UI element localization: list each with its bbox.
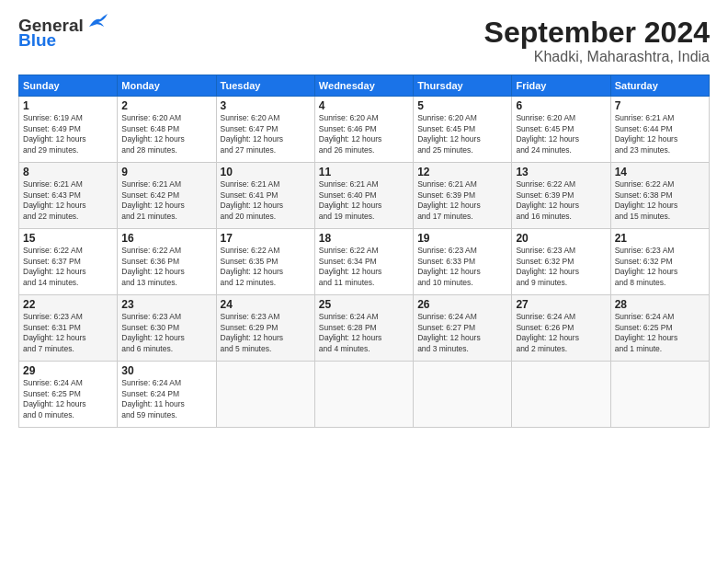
day-number: 15	[23, 232, 113, 245]
calendar-day-28: 28Sunrise: 6:24 AM Sunset: 6:25 PM Dayli…	[610, 295, 709, 362]
day-number: 2	[121, 99, 211, 112]
calendar-day-3: 3Sunrise: 6:20 AM Sunset: 6:47 PM Daylig…	[216, 97, 314, 163]
calendar-day-1: 1Sunrise: 6:19 AM Sunset: 6:49 PM Daylig…	[19, 97, 118, 163]
day-number: 18	[319, 232, 409, 245]
empty-cell	[314, 362, 413, 428]
day-number: 30	[121, 364, 211, 377]
day-info: Sunrise: 6:22 AM Sunset: 6:37 PM Dayligh…	[23, 246, 113, 288]
day-number: 5	[417, 99, 507, 112]
day-info: Sunrise: 6:24 AM Sunset: 6:26 PM Dayligh…	[516, 312, 606, 354]
calendar-day-6: 6Sunrise: 6:20 AM Sunset: 6:45 PM Daylig…	[512, 97, 610, 163]
calendar-day-13: 13Sunrise: 6:22 AM Sunset: 6:39 PM Dayli…	[512, 163, 610, 229]
day-number: 9	[121, 166, 211, 178]
day-number: 10	[221, 166, 311, 178]
day-info: Sunrise: 6:23 AM Sunset: 6:32 PM Dayligh…	[615, 246, 705, 288]
day-info: Sunrise: 6:20 AM Sunset: 6:47 PM Dayligh…	[221, 113, 311, 155]
day-number: 13	[516, 166, 606, 178]
calendar-day-26: 26Sunrise: 6:24 AM Sunset: 6:27 PM Dayli…	[414, 295, 512, 362]
day-info: Sunrise: 6:21 AM Sunset: 6:42 PM Dayligh…	[121, 179, 211, 222]
calendar-day-8: 8Sunrise: 6:21 AM Sunset: 6:43 PM Daylig…	[19, 163, 118, 229]
day-number: 27	[516, 298, 606, 311]
day-number: 26	[417, 298, 507, 311]
calendar-day-14: 14Sunrise: 6:22 AM Sunset: 6:38 PM Dayli…	[610, 163, 709, 229]
calendar-day-29: 29Sunrise: 6:24 AM Sunset: 6:25 PM Dayli…	[19, 362, 118, 428]
calendar-day-4: 4Sunrise: 6:20 AM Sunset: 6:46 PM Daylig…	[314, 97, 413, 163]
empty-cell	[610, 362, 709, 428]
day-info: Sunrise: 6:22 AM Sunset: 6:39 PM Dayligh…	[516, 179, 606, 222]
month-title: September 2024	[484, 17, 710, 49]
day-info: Sunrise: 6:24 AM Sunset: 6:25 PM Dayligh…	[615, 312, 705, 354]
calendar-day-25: 25Sunrise: 6:24 AM Sunset: 6:28 PM Dayli…	[314, 295, 413, 362]
day-number: 29	[23, 364, 113, 377]
day-info: Sunrise: 6:23 AM Sunset: 6:30 PM Dayligh…	[121, 312, 211, 354]
day-number: 3	[221, 99, 311, 112]
logo-blue: Blue	[18, 30, 56, 51]
day-number: 11	[319, 166, 409, 178]
day-info: Sunrise: 6:24 AM Sunset: 6:27 PM Dayligh…	[417, 312, 507, 354]
day-info: Sunrise: 6:21 AM Sunset: 6:39 PM Dayligh…	[417, 179, 507, 222]
day-number: 17	[221, 232, 311, 245]
day-number: 22	[23, 298, 113, 311]
empty-cell	[512, 362, 610, 428]
calendar-day-17: 17Sunrise: 6:22 AM Sunset: 6:35 PM Dayli…	[216, 229, 314, 295]
day-info: Sunrise: 6:23 AM Sunset: 6:29 PM Dayligh…	[221, 312, 311, 354]
col-header-tuesday: Tuesday	[216, 75, 314, 97]
day-number: 28	[615, 298, 705, 311]
day-info: Sunrise: 6:21 AM Sunset: 6:40 PM Dayligh…	[319, 179, 409, 222]
col-header-saturday: Saturday	[610, 75, 709, 97]
logo-bird-icon	[87, 14, 108, 30]
day-number: 16	[121, 232, 211, 245]
day-info: Sunrise: 6:22 AM Sunset: 6:35 PM Dayligh…	[221, 246, 311, 288]
calendar-day-18: 18Sunrise: 6:22 AM Sunset: 6:34 PM Dayli…	[314, 229, 413, 295]
calendar-day-20: 20Sunrise: 6:23 AM Sunset: 6:32 PM Dayli…	[512, 229, 610, 295]
calendar-day-30: 30Sunrise: 6:24 AM Sunset: 6:24 PM Dayli…	[118, 362, 216, 428]
day-info: Sunrise: 6:22 AM Sunset: 6:34 PM Dayligh…	[319, 246, 409, 288]
day-number: 8	[23, 166, 113, 178]
calendar-day-11: 11Sunrise: 6:21 AM Sunset: 6:40 PM Dayli…	[314, 163, 413, 229]
calendar-day-5: 5Sunrise: 6:20 AM Sunset: 6:45 PM Daylig…	[414, 97, 512, 163]
calendar-day-2: 2Sunrise: 6:20 AM Sunset: 6:48 PM Daylig…	[118, 97, 216, 163]
day-info: Sunrise: 6:21 AM Sunset: 6:43 PM Dayligh…	[23, 179, 113, 222]
col-header-wednesday: Wednesday	[314, 75, 413, 97]
day-number: 25	[319, 298, 409, 311]
day-info: Sunrise: 6:23 AM Sunset: 6:33 PM Dayligh…	[417, 246, 507, 288]
day-number: 23	[121, 298, 211, 311]
day-info: Sunrise: 6:22 AM Sunset: 6:38 PM Dayligh…	[615, 179, 705, 222]
empty-cell	[414, 362, 512, 428]
col-header-friday: Friday	[512, 75, 610, 97]
day-number: 6	[516, 99, 606, 112]
calendar-day-12: 12Sunrise: 6:21 AM Sunset: 6:39 PM Dayli…	[414, 163, 512, 229]
day-info: Sunrise: 6:24 AM Sunset: 6:24 PM Dayligh…	[121, 378, 211, 420]
calendar-day-22: 22Sunrise: 6:23 AM Sunset: 6:31 PM Dayli…	[19, 295, 118, 362]
day-info: Sunrise: 6:20 AM Sunset: 6:46 PM Dayligh…	[319, 113, 409, 155]
calendar-day-21: 21Sunrise: 6:23 AM Sunset: 6:32 PM Dayli…	[610, 229, 709, 295]
col-header-monday: Monday	[118, 75, 216, 97]
empty-cell	[216, 362, 314, 428]
title-block: September 2024 Khadki, Maharashtra, Indi…	[484, 17, 710, 65]
day-info: Sunrise: 6:23 AM Sunset: 6:31 PM Dayligh…	[23, 312, 113, 354]
day-number: 24	[221, 298, 311, 311]
calendar-day-16: 16Sunrise: 6:22 AM Sunset: 6:36 PM Dayli…	[118, 229, 216, 295]
col-header-sunday: Sunday	[19, 75, 118, 97]
day-info: Sunrise: 6:24 AM Sunset: 6:28 PM Dayligh…	[319, 312, 409, 354]
day-info: Sunrise: 6:21 AM Sunset: 6:44 PM Dayligh…	[615, 113, 705, 155]
day-info: Sunrise: 6:21 AM Sunset: 6:41 PM Dayligh…	[221, 179, 311, 222]
day-number: 4	[319, 99, 409, 112]
day-info: Sunrise: 6:24 AM Sunset: 6:25 PM Dayligh…	[23, 378, 113, 420]
day-number: 14	[615, 166, 705, 178]
day-info: Sunrise: 6:19 AM Sunset: 6:49 PM Dayligh…	[23, 113, 113, 155]
day-info: Sunrise: 6:23 AM Sunset: 6:32 PM Dayligh…	[516, 246, 606, 288]
calendar-day-23: 23Sunrise: 6:23 AM Sunset: 6:30 PM Dayli…	[118, 295, 216, 362]
day-info: Sunrise: 6:20 AM Sunset: 6:45 PM Dayligh…	[516, 113, 606, 155]
calendar-day-15: 15Sunrise: 6:22 AM Sunset: 6:37 PM Dayli…	[19, 229, 118, 295]
day-number: 7	[615, 99, 705, 112]
location-title: Khadki, Maharashtra, India	[484, 49, 710, 65]
day-info: Sunrise: 6:22 AM Sunset: 6:36 PM Dayligh…	[121, 246, 211, 288]
col-header-thursday: Thursday	[414, 75, 512, 97]
day-info: Sunrise: 6:20 AM Sunset: 6:48 PM Dayligh…	[121, 113, 211, 155]
calendar-day-9: 9Sunrise: 6:21 AM Sunset: 6:42 PM Daylig…	[118, 163, 216, 229]
day-number: 21	[615, 232, 705, 245]
day-info: Sunrise: 6:20 AM Sunset: 6:45 PM Dayligh…	[417, 113, 507, 155]
logo: General Blue	[18, 17, 108, 51]
calendar-day-10: 10Sunrise: 6:21 AM Sunset: 6:41 PM Dayli…	[216, 163, 314, 229]
